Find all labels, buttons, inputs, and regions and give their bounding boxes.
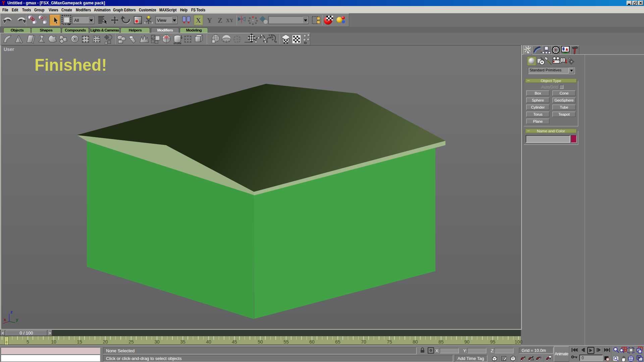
svg-text:Z: Z bbox=[218, 16, 222, 24]
svg-text:x: x bbox=[4, 317, 6, 322]
svg-text:XFORM: XFORM bbox=[173, 42, 181, 45]
svg-text:y: y bbox=[16, 317, 18, 322]
svg-text:XY: XY bbox=[226, 18, 233, 23]
svg-text:%: % bbox=[539, 356, 541, 359]
svg-text:X: X bbox=[196, 16, 201, 24]
svg-text:View: View bbox=[157, 18, 167, 23]
svg-text:All: All bbox=[74, 18, 79, 23]
svg-text:z: z bbox=[10, 309, 13, 314]
svg-text:Y: Y bbox=[207, 16, 212, 24]
svg-text:3: 3 bbox=[524, 356, 526, 359]
svg-text:ID: ID bbox=[304, 41, 307, 45]
